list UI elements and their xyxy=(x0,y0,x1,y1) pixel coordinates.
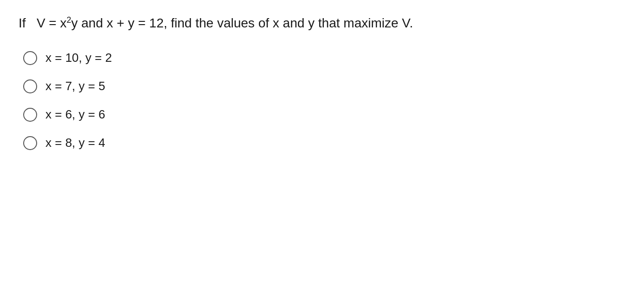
option-d-label: x = 8, y = 4 xyxy=(45,136,105,150)
option-c-label: x = 6, y = 6 xyxy=(45,107,105,122)
radio-b[interactable] xyxy=(23,79,37,93)
option-d[interactable]: x = 8, y = 4 xyxy=(23,136,625,150)
option-c[interactable]: x = 6, y = 6 xyxy=(23,107,625,122)
radio-d[interactable] xyxy=(23,136,37,150)
radio-a[interactable] xyxy=(23,51,37,65)
option-a[interactable]: x = 10, y = 2 xyxy=(23,51,625,65)
question-text: If V = x2y and x + y = 12, find the valu… xyxy=(19,14,625,32)
option-b[interactable]: x = 7, y = 5 xyxy=(23,79,625,93)
radio-c[interactable] xyxy=(23,108,37,122)
option-b-label: x = 7, y = 5 xyxy=(45,79,105,93)
options-container: x = 10, y = 2 x = 7, y = 5 x = 6, y = 6 … xyxy=(19,51,625,150)
option-a-label: x = 10, y = 2 xyxy=(45,51,112,65)
